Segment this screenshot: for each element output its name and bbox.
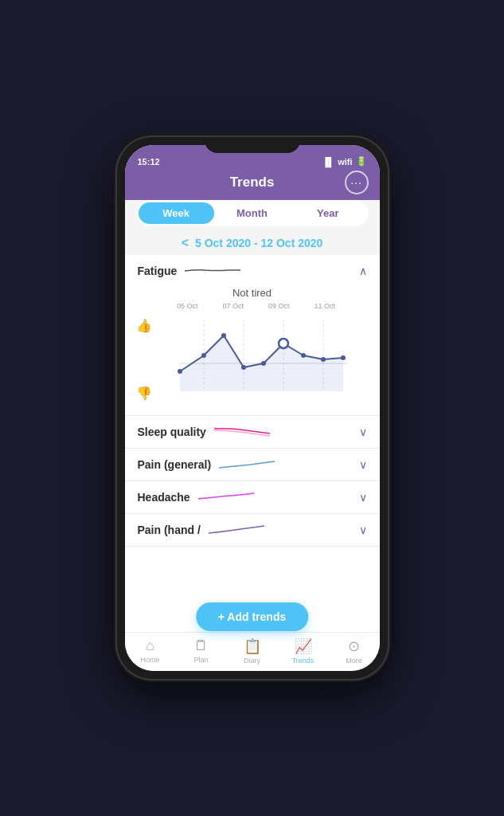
headache-header-left: Headache (138, 489, 254, 505)
headache-header[interactable]: Headache ∨ (125, 481, 380, 513)
plan-icon: 🗒 (194, 638, 209, 654)
pain-general-section: Pain (general) ∨ (125, 449, 380, 481)
fatigue-section: Fatigue ∧ Not tired 05 Oct 07 Oct 09 Oct (125, 255, 380, 416)
more-dots-icon: ··· (350, 176, 362, 189)
svg-point-9 (261, 361, 266, 366)
battery-icon: 🔋 (356, 156, 367, 167)
time-period-tabs: Week Month Year (136, 200, 369, 226)
nav-plan[interactable]: 🗒 Plan (184, 638, 219, 665)
x-label-1: 05 Oct (177, 302, 198, 310)
tab-year[interactable]: Year (290, 202, 365, 224)
header-title: Trends (230, 175, 275, 190)
nav-trends[interactable]: 📈 Trends (286, 638, 321, 665)
nav-plan-label: Plan (193, 656, 208, 664)
chart-emoji-icons: 👍 👎 (133, 312, 155, 407)
pain-general-chevron-down-icon: ∨ (359, 458, 367, 471)
fatigue-header-left: Fatigue (138, 263, 241, 279)
wifi-icon: wifi (338, 157, 352, 167)
sleep-quality-header-left: Sleep quality (138, 424, 270, 440)
date-range-display: 5 Oct 2020 - 12 Oct 2020 (195, 237, 322, 249)
trends-icon: 📈 (295, 638, 312, 655)
thumbs-down-icon: 👎 (136, 386, 152, 401)
sleep-chevron-down-icon: ∨ (359, 426, 367, 438)
pain-hand-section: Pain (hand / ∨ (125, 514, 380, 547)
svg-point-10 (279, 339, 288, 348)
sleep-quality-title: Sleep quality (138, 426, 206, 438)
headache-title: Headache (138, 491, 190, 504)
fatigue-title: Fatigue (138, 265, 178, 277)
nav-diary[interactable]: 📋 Diary (235, 638, 270, 665)
headache-chevron-down-icon: ∨ (359, 491, 367, 504)
pain-hand-title: Pain (hand / (138, 524, 201, 536)
pain-hand-header[interactable]: Pain (hand / ∨ (125, 514, 380, 546)
svg-point-7 (221, 333, 226, 338)
notch (205, 137, 300, 153)
nav-trends-label: Trends (292, 657, 315, 665)
sleep-mini-chart (214, 424, 270, 440)
app-header: Trends ··· (125, 170, 380, 200)
trends-scroll-area[interactable]: Fatigue ∧ Not tired 05 Oct 07 Oct 09 Oct (125, 255, 380, 632)
nav-diary-label: Diary (244, 657, 260, 665)
sleep-quality-header[interactable]: Sleep quality ∨ (125, 416, 380, 448)
prev-date-arrow[interactable]: < (182, 236, 189, 250)
x-label-4: 11 Oct (314, 302, 335, 310)
pain-general-title: Pain (general) (138, 458, 212, 471)
svg-point-5 (178, 369, 182, 374)
headache-mini-chart (198, 489, 254, 505)
nav-home[interactable]: ⌂ Home (133, 638, 168, 665)
tab-month[interactable]: Month (214, 202, 290, 224)
pain-hand-chevron-down-icon: ∨ (359, 524, 367, 536)
time-display: 15:12 (138, 157, 160, 167)
headache-section: Headache ∨ (125, 481, 380, 514)
add-trends-button[interactable]: + Add trends (196, 602, 308, 631)
more-icon: ⊙ (348, 638, 360, 655)
svg-point-12 (321, 357, 326, 362)
pain-hand-mini-chart (209, 522, 264, 538)
pain-general-mini-chart (219, 457, 275, 473)
bottom-navigation: ⌂ Home 🗒 Plan 📋 Diary 📈 Trends ⊙ More (125, 632, 380, 671)
svg-point-11 (301, 353, 306, 358)
pain-general-header-left: Pain (general) (138, 457, 275, 473)
nav-more-label: More (346, 657, 362, 665)
fatigue-chart-expanded: Not tired 05 Oct 07 Oct 09 Oct 11 Oct 👍 … (125, 287, 380, 415)
phone-screen: 15:12 ▐▌ wifi 🔋 Trends ··· Week Month Ye… (125, 145, 380, 671)
svg-point-8 (241, 365, 246, 370)
fatigue-chart-area: 👍 👎 (133, 312, 372, 407)
phone-frame: 15:12 ▐▌ wifi 🔋 Trends ··· Week Month Ye… (117, 137, 388, 679)
pain-general-header[interactable]: Pain (general) ∨ (125, 449, 380, 481)
fatigue-header[interactable]: Fatigue ∧ (125, 255, 380, 287)
more-options-button[interactable]: ··· (345, 171, 369, 194)
thumbs-up-icon: 👍 (136, 318, 152, 333)
nav-home-label: Home (140, 656, 159, 664)
home-icon: ⌂ (146, 638, 154, 654)
status-icons: ▐▌ wifi 🔋 (322, 156, 367, 167)
pain-hand-header-left: Pain (hand / (138, 522, 264, 538)
signal-icon: ▐▌ (322, 157, 335, 167)
diary-icon: 📋 (244, 638, 261, 655)
tab-week[interactable]: Week (139, 202, 214, 224)
sleep-quality-section: Sleep quality ∨ (125, 416, 380, 449)
x-label-2: 07 Oct (222, 302, 244, 310)
nav-more[interactable]: ⊙ More (337, 638, 372, 665)
svg-point-13 (341, 355, 346, 360)
fatigue-mini-chart (185, 263, 240, 279)
date-navigation: < 5 Oct 2020 - 12 Oct 2020 (125, 231, 380, 255)
x-label-3: 09 Oct (268, 302, 290, 310)
chart-x-labels: 05 Oct 07 Oct 09 Oct 11 Oct (133, 302, 372, 310)
bottom-spacer (125, 547, 380, 586)
svg-point-6 (201, 353, 206, 358)
chart-top-label: Not tired (133, 287, 372, 299)
fatigue-svg-chart (155, 312, 372, 407)
fatigue-chevron-up-icon: ∧ (359, 265, 367, 277)
